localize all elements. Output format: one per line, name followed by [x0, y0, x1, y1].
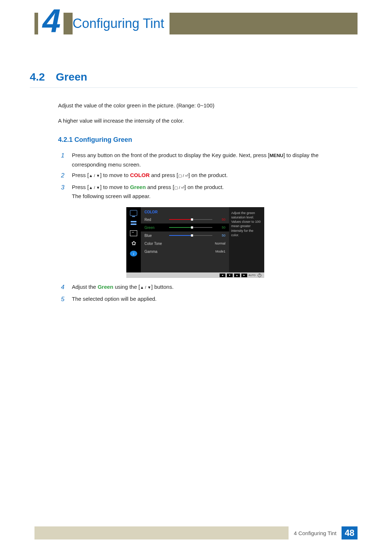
- step-list-top: 1 Press any button on the front of the p…: [61, 151, 345, 202]
- osd-main-panel: COLOR Red 50 Green 50 Blue 50 Color Tone…: [141, 207, 229, 272]
- highlight-green: Green: [130, 184, 146, 190]
- step-number: 1: [61, 151, 66, 169]
- osd-slider: [169, 226, 212, 229]
- section-title: Green: [56, 71, 87, 83]
- step-text: Press [▲ / ▼] to move to Green and press…: [72, 182, 345, 201]
- step-4: 4 Adjust the Green using the [▲ / ▼] but…: [61, 282, 345, 293]
- section-number: 4.2: [30, 71, 45, 83]
- up-arrow-icon: ▲: [234, 274, 240, 277]
- page-number: 48: [342, 526, 358, 539]
- osd-help-text: Adjust the green saturation level. Value…: [229, 207, 264, 272]
- select-enter-icon: ▢ / ⏎: [174, 185, 184, 190]
- osd-screenshot: ✿ i COLOR Red 50 Green 50 Blue 50 Color: [126, 207, 264, 278]
- footer-bar: [34, 526, 289, 539]
- subsection-heading: 4.2.1 Configuring Green: [58, 136, 132, 144]
- intro-paragraph-2: A higher value will increase the intensi…: [58, 117, 341, 125]
- info-icon: i: [130, 251, 137, 257]
- menu-keyword: MENU: [269, 153, 283, 158]
- step-number: 3: [61, 182, 66, 201]
- osd-row-label: Red: [144, 218, 167, 222]
- step-text: Press any button on the front of the pro…: [72, 151, 345, 169]
- footer-chapter-label: 4 Configuring Tint: [289, 526, 342, 539]
- select-enter-icon: ▢ / ⏎: [178, 173, 188, 178]
- osd-row-gamma: Gamma Mode1: [141, 247, 229, 255]
- osd-panel-title: COLOR: [141, 209, 229, 216]
- step-5: 5 The selected option will be applied.: [61, 294, 345, 305]
- picture-icon: [130, 210, 137, 216]
- step-list-bottom: 4 Adjust the Green using the [▲ / ▼] but…: [61, 282, 345, 306]
- step-text: Press [▲ / ▼] to move to COLOR and press…: [72, 171, 345, 181]
- osd-row-value: 50: [215, 234, 225, 237]
- osd-row-label: Blue: [144, 234, 167, 238]
- osd-row-label: Gamma: [144, 250, 167, 254]
- osd-sidebar: ✿ i: [126, 207, 141, 272]
- osd-row-green-selected: Green 50: [141, 223, 229, 231]
- up-down-arrows-icon: ▲ / ▼: [89, 185, 100, 190]
- color-icon: [130, 220, 137, 226]
- right-arrow-icon: ►: [241, 274, 247, 277]
- page-footer: 4 Configuring Tint 48: [34, 526, 358, 539]
- osd-row-value: Normal: [215, 242, 225, 245]
- size-icon: [130, 230, 137, 236]
- osd-row-red: Red 50: [141, 216, 229, 223]
- step-2: 2 Press [▲ / ▼] to move to COLOR and pre…: [61, 171, 345, 181]
- step-1: 1 Press any button on the front of the p…: [61, 151, 345, 169]
- osd-row-blue: Blue 50: [141, 231, 229, 239]
- settings-icon: ✿: [130, 241, 137, 246]
- intro-paragraph-1: Adjust the value of the color green in t…: [58, 102, 341, 110]
- step-3: 3 Press [▲ / ▼] to move to Green and pre…: [61, 182, 345, 201]
- step-text: Adjust the Green using the [▲ / ▼] butto…: [72, 282, 345, 293]
- power-icon: [258, 274, 261, 277]
- osd-row-value: 50: [215, 218, 225, 221]
- highlight-color: COLOR: [130, 172, 150, 178]
- section-heading: 4.2 Green: [30, 71, 358, 88]
- chapter-number-box: 4: [38, 3, 64, 39]
- step-number: 5: [61, 294, 66, 305]
- osd-row-label: Color Tone: [144, 242, 167, 246]
- osd-row-color-tone: Color Tone Normal: [141, 239, 229, 247]
- highlight-green: Green: [98, 284, 113, 290]
- up-down-arrows-icon: ▲ / ▼: [89, 173, 100, 178]
- osd-row-label: Green: [144, 226, 167, 230]
- osd-slider: [169, 218, 212, 221]
- osd-row-value: 50: [215, 226, 225, 229]
- down-arrow-icon: ▼: [227, 274, 233, 277]
- chapter-title: Configuring Tint: [73, 13, 170, 34]
- auto-label: AUTO: [249, 274, 256, 276]
- up-down-arrows-icon: ▲ / ▼: [140, 285, 151, 290]
- osd-row-value: Mode1: [215, 250, 225, 253]
- osd-footer: ◄ ▼ ▲ ► AUTO: [126, 272, 264, 278]
- left-arrow-icon: ◄: [220, 274, 225, 277]
- step-text: The selected option will be applied.: [72, 294, 345, 305]
- step-number: 2: [61, 171, 66, 181]
- chapter-number: 4: [42, 5, 59, 37]
- osd-slider: [169, 234, 212, 237]
- step-number: 4: [61, 282, 66, 293]
